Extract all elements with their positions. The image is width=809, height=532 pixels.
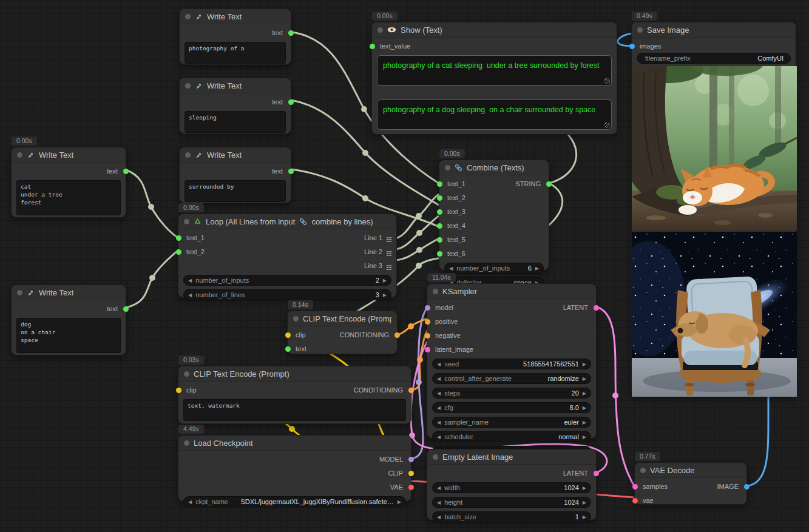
collapse-dot[interactable] [184,371,189,377]
decrement-arrow-icon[interactable]: ◀ [188,499,192,505]
node-write-text-photography[interactable]: Write Text text photography of a [179,8,291,65]
decrement-arrow-icon[interactable]: ◀ [437,434,441,440]
node-write-text-sleeping[interactable]: Write Text text sleeping [179,78,291,134]
output-slot-text[interactable] [123,169,129,174]
shown-text-2[interactable]: photography of a dog sleeping on a chair… [377,99,612,130]
input-slot-text[interactable] [285,346,291,352]
input-slot-text6[interactable] [437,251,442,257]
input-slot-images[interactable] [629,44,635,49]
output-slot-text[interactable] [288,99,294,105]
input-slot-samples[interactable] [632,484,638,490]
input-slot-vae[interactable] [632,498,638,503]
output-slot-model[interactable] [408,457,414,462]
collapse-dot[interactable] [185,83,191,89]
widget-width[interactable]: ◀width1024▶ [432,482,591,493]
widget-seed[interactable]: ◀seed518555417562551▶ [432,359,591,369]
shown-text-1[interactable]: photography of a cat sleeping under a tr… [377,55,612,86]
output-slot-vae[interactable] [408,485,414,490]
grid-output-icon[interactable] [387,237,388,238]
widget-number-of-lines[interactable]: ◀number_of_lines3▶ [183,289,391,300]
output-slot-clip[interactable] [408,471,414,476]
increment-arrow-icon[interactable]: ▶ [583,391,586,396]
decrement-arrow-icon[interactable]: ◀ [437,391,441,396]
increment-arrow-icon[interactable]: ▶ [383,278,387,283]
input-slot-text1[interactable] [437,181,442,187]
decrement-arrow-icon[interactable]: ◀ [437,485,441,491]
widget-number-of-inputs[interactable]: ◀number_of_inputs6▶ [444,263,544,274]
text-input-area[interactable]: cat under a tree forest [16,180,121,215]
output-slot-image[interactable] [744,484,750,490]
node-graph-canvas[interactable]: Write Text text photography of a Write T… [0,0,809,532]
increment-arrow-icon[interactable]: ▶ [398,499,401,505]
input-slot-text1[interactable] [176,235,181,241]
widget-scheduler[interactable]: ◀schedulernormal▶ [432,431,591,442]
output-slot-text[interactable] [288,30,294,36]
grid-output-icon[interactable] [387,251,388,252]
grid-output-icon[interactable] [387,265,388,266]
widget-height[interactable]: ◀height1024▶ [432,497,591,508]
output-slot-latent[interactable] [594,471,599,476]
increment-arrow-icon[interactable]: ▶ [583,420,586,425]
increment-arrow-icon[interactable]: ▶ [583,405,586,411]
output-slot-text[interactable] [288,169,294,174]
collapse-dot[interactable] [433,289,438,294]
decrement-arrow-icon[interactable]: ◀ [437,376,441,382]
increment-arrow-icon[interactable]: ▶ [583,434,586,440]
collapse-dot[interactable] [640,468,646,473]
decrement-arrow-icon[interactable]: ◀ [437,420,441,425]
node-write-text-dog[interactable]: Write Text text dog on a chair space [11,285,126,355]
decrement-arrow-icon[interactable]: ◀ [437,500,441,505]
widget-ckpt-name[interactable]: ◀ckpt_nameSDXL/juggernautXL_juggXIByRund… [183,496,406,507]
node-loop[interactable]: 0.00s Loop (All Lines from input combine… [178,214,397,298]
collapse-dot[interactable] [445,165,450,170]
node-empty-latent-image[interactable]: Empty Latent Image LATENT ◀width1024▶ ◀h… [427,449,597,520]
collapse-dot[interactable] [433,454,438,460]
collapse-dot[interactable] [185,14,191,19]
collapse-dot[interactable] [184,219,189,224]
widget-steps[interactable]: ◀steps20▶ [432,388,591,399]
node-write-text-surrounded[interactable]: Write Text text surrounded by [179,147,291,203]
increment-arrow-icon[interactable]: ▶ [583,362,586,367]
input-slot-text2[interactable] [437,195,442,201]
input-slot-positive[interactable] [425,319,430,325]
input-slot-text-value[interactable] [370,44,375,49]
text-input-area[interactable]: photography of a [184,42,286,64]
input-slot-clip[interactable] [176,388,181,393]
node-ksampler[interactable]: 11.04s KSampler model LATENT positive ne… [427,283,597,439]
input-slot-text4[interactable] [437,223,442,229]
decrement-arrow-icon[interactable]: ◀ [437,362,441,367]
node-clip-text-encode-positive[interactable]: 0.14s CLIP Text Encode (Prompt) clip CON… [287,311,398,354]
widget-control-after-generate[interactable]: ◀control_after_generaterandomize▶ [432,373,591,384]
collapse-dot[interactable] [17,152,22,158]
node-load-checkpoint[interactable]: 4.49s Load Checkpoint MODEL CLIP VAE ◀ck… [178,435,411,502]
output-slot-text[interactable] [123,306,129,312]
output-slot-string[interactable] [546,181,552,187]
collapse-dot[interactable] [637,27,643,33]
widget-cfg[interactable]: ◀cfg8.0▶ [432,402,591,413]
text-input-area[interactable]: sleeping [184,111,286,133]
input-slot-model[interactable] [425,305,430,311]
output-slot-conditioning[interactable] [408,388,414,393]
resize-handle[interactable] [604,78,610,84]
collapse-dot[interactable] [17,290,22,295]
negative-prompt-area[interactable]: text, watermark [183,399,406,421]
input-slot-text2[interactable] [176,249,181,255]
widget-number-of-inputs[interactable]: ◀number_of_inputs2▶ [183,275,391,286]
increment-arrow-icon[interactable]: ▶ [383,292,387,298]
output-slot-conditioning[interactable] [394,332,400,338]
collapse-dot[interactable] [377,27,383,33]
output-slot-latent[interactable] [594,305,599,311]
resize-handle[interactable] [604,123,610,128]
node-combine-texts[interactable]: 0.00s Combine (Texts) text_1 STRING text… [439,160,549,271]
increment-arrow-icon[interactable]: ▶ [583,500,586,505]
decrement-arrow-icon[interactable]: ◀ [188,292,192,298]
input-slot-text3[interactable] [437,209,442,215]
increment-arrow-icon[interactable]: ▶ [583,485,586,491]
node-show-text[interactable]: 0.00s Show (Text) text_value photography… [371,22,617,135]
node-vae-decode[interactable]: 0.77s VAE Decode samples IMAGE vae [634,462,747,505]
collapse-dot[interactable] [184,440,189,446]
node-write-text-cat[interactable]: 0.00s Write Text text cat under a tree f… [11,147,126,218]
input-slot-negative[interactable] [425,333,430,338]
decrement-arrow-icon[interactable]: ◀ [437,514,441,520]
node-save-image[interactable]: 0.49s Save Image images filename_prefixC… [631,22,796,396]
